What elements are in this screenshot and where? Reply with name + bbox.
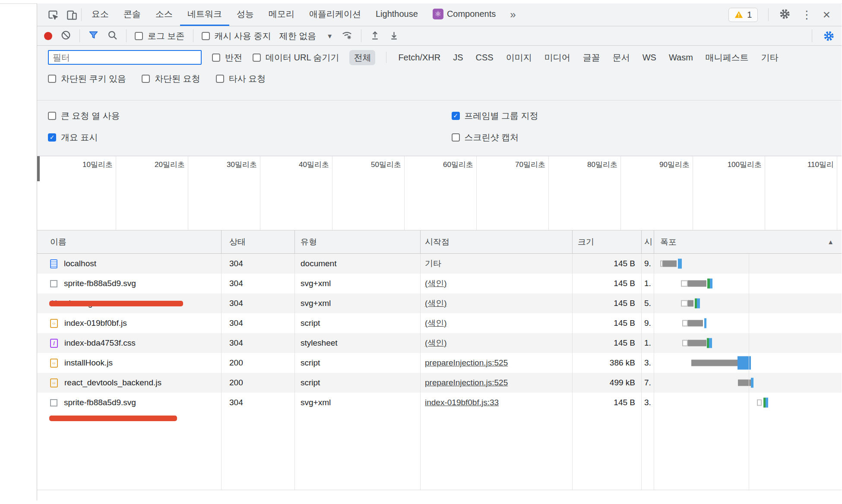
filter-funnel-icon[interactable] <box>88 30 99 42</box>
option-checkbox[interactable]: 큰 요청 열 사용 <box>48 110 120 122</box>
column-header-name[interactable]: 이름 <box>37 230 222 253</box>
overview-grip[interactable] <box>37 156 40 181</box>
filter-type-글꼴[interactable]: 글꼴 <box>582 50 601 65</box>
filter-type-기타[interactable]: 기타 <box>760 50 779 65</box>
table-row[interactable]: /index-bda4753f.css304stylesheet(색인)145 … <box>37 333 842 353</box>
initiator-link[interactable]: (색인) <box>425 318 447 329</box>
column-header-size[interactable]: 크기 <box>573 230 642 253</box>
checkbox-label: 큰 요청 열 사용 <box>61 110 120 122</box>
column-header-status[interactable]: 상태 <box>222 230 295 253</box>
checkbox-label: 차단된 쿠키 있음 <box>61 73 126 85</box>
checkbox[interactable] <box>48 112 56 120</box>
disable-cache-checkbox[interactable]: 캐시 사용 중지 <box>202 30 271 42</box>
initiator-link[interactable]: (색인) <box>425 278 447 289</box>
checkbox[interactable]: ✓ <box>48 133 56 142</box>
option-checkbox[interactable]: 스크린샷 캡처 <box>452 132 519 143</box>
filter-type-ws[interactable]: WS <box>642 51 657 64</box>
type-cell: document <box>295 254 421 274</box>
devtools-panel: 요소콘솔소스네트워크성능메모리애플리케이션Lighthouse⚛Componen… <box>37 3 842 501</box>
clear-network-log-icon[interactable] <box>60 30 71 42</box>
filter-type-wasm[interactable]: Wasm <box>668 51 694 64</box>
initiator-link[interactable]: prepareInjection.js:525 <box>425 378 508 387</box>
divider <box>361 29 361 42</box>
filter-type-미디어[interactable]: 미디어 <box>544 50 571 65</box>
filter-input[interactable] <box>48 50 202 65</box>
tab-network[interactable]: 네트워크 <box>180 3 229 26</box>
more-tabs-chevron-icon[interactable]: » <box>503 9 522 21</box>
initiator-link[interactable]: prepareInjection.js:525 <box>425 358 508 368</box>
initiator-link[interactable]: index-019bf0bf.js:33 <box>425 398 499 407</box>
request-name: localhost <box>64 259 96 268</box>
blocked-filter-checkbox[interactable]: 타사 요청 <box>216 73 266 85</box>
hide-data-urls-checkbox[interactable]: 데이터 URL 숨기기 <box>253 52 339 63</box>
checkbox[interactable]: ✓ <box>452 112 460 120</box>
checkbox[interactable] <box>48 75 56 83</box>
tab-memory[interactable]: 메모리 <box>261 3 302 26</box>
column-header-init[interactable]: 시작점 <box>421 230 573 253</box>
import-har-icon[interactable] <box>370 30 380 42</box>
size-cell: 145 B <box>573 333 642 353</box>
issues-warning-badge[interactable]: 1 <box>728 8 758 22</box>
tab-console[interactable]: 콘솔 <box>116 3 148 26</box>
table-row[interactable]: localhost304document기타145 B9. <box>37 254 842 274</box>
filter-type-매니페스트[interactable]: 매니페스트 <box>705 50 750 65</box>
checkbox[interactable] <box>216 75 224 83</box>
name-cell: ‹›installHook.js <box>37 353 222 373</box>
filter-type-css[interactable]: CSS <box>475 51 494 64</box>
filter-type-이미지[interactable]: 이미지 <box>505 50 533 65</box>
filter-type-fetchxhr[interactable]: Fetch/XHR <box>397 51 441 64</box>
annotation-underline <box>49 416 177 421</box>
timeline-tick: 100밀리초 <box>693 156 765 230</box>
column-header-time[interactable]: 시 <box>642 230 654 253</box>
table-body: localhost304document기타145 B9.sprite-fb88… <box>37 254 842 413</box>
checkbox[interactable] <box>452 133 460 142</box>
filter-type-전체[interactable]: 전체 <box>349 50 375 65</box>
invert-filter-checkbox[interactable]: 반전 <box>212 52 242 63</box>
export-har-icon[interactable] <box>389 30 399 42</box>
blocked-filters-row: 차단된 쿠키 있음차단된 요청타사 요청 <box>37 69 842 88</box>
blocked-filter-checkbox[interactable]: 차단된 쿠키 있음 <box>48 73 126 85</box>
tab-application[interactable]: 애플리케이션 <box>302 3 368 26</box>
tab-sources[interactable]: 소스 <box>148 3 180 26</box>
initiator-link[interactable]: (색인) <box>425 298 447 309</box>
blocked-filter-checkbox[interactable]: 차단된 요청 <box>142 73 200 85</box>
record-network-log-button[interactable] <box>44 32 52 40</box>
network-settings-gear-icon[interactable] <box>823 26 835 45</box>
initiator-cell: (색인) <box>421 333 573 353</box>
device-toolbar-icon[interactable] <box>62 6 81 23</box>
search-icon[interactable] <box>107 30 118 42</box>
filter-type-js[interactable]: JS <box>452 51 464 64</box>
time-cell: 5. <box>642 293 654 313</box>
option-checkbox[interactable]: ✓개요 표시 <box>48 132 98 143</box>
filter-type-문서[interactable]: 문서 <box>612 50 631 65</box>
column-header-label: 시 <box>644 236 652 248</box>
table-row[interactable]: ‹›installHook.js200scriptprepareInjectio… <box>37 353 842 373</box>
name-cell: sprite-fb88a5d9.svg <box>37 393 222 413</box>
tab-performance[interactable]: 성능 <box>229 3 261 26</box>
column-header-type[interactable]: 유형 <box>295 230 421 253</box>
table-row[interactable]: sprite-fb88a5d9.svg304svg+xml(색인)145 B1. <box>37 274 842 293</box>
settings-gear-icon[interactable] <box>779 8 791 22</box>
preserve-log-checkbox[interactable]: 로그 보존 <box>135 30 185 42</box>
tab-components[interactable]: ⚛Components <box>425 3 503 26</box>
waterfall-cell <box>654 373 842 393</box>
checkbox[interactable] <box>142 75 150 83</box>
table-row[interactable]: sprite-fb88a5d9.svg304svg+xmlindex-019bf… <box>37 393 842 413</box>
option-checkbox[interactable]: ✓프레임별 그룹 지정 <box>452 110 538 122</box>
kebab-menu-icon[interactable]: ⋮ <box>801 9 812 20</box>
network-conditions-icon[interactable] <box>341 29 353 43</box>
column-header-wf[interactable]: 폭포▲ <box>654 230 842 253</box>
sort-ascending-icon[interactable]: ▲ <box>827 238 834 246</box>
network-overview-timeline[interactable]: 10밀리초20밀리초30밀리초40밀리초50밀리초60밀리초70밀리초80밀리초… <box>37 156 842 230</box>
close-icon[interactable]: × <box>823 8 830 21</box>
tab-elements[interactable]: 요소 <box>84 3 116 26</box>
throttling-dropdown[interactable]: 제한 없음 ▼ <box>279 30 333 42</box>
waterfall-bar-wait <box>688 300 693 307</box>
table-row[interactable]: ‹›react_devtools_backend.js200scriptprep… <box>37 373 842 393</box>
tab-label: 콘솔 <box>123 8 141 20</box>
tab-lighthouse[interactable]: Lighthouse <box>368 3 425 26</box>
inspect-element-icon[interactable] <box>43 6 62 23</box>
initiator-link[interactable]: (색인) <box>425 337 447 349</box>
table-row[interactable]: ‹›index-019bf0bf.js304script(색인)145 B9. <box>37 313 842 333</box>
react-devtools-icon: ⚛ <box>433 9 443 19</box>
